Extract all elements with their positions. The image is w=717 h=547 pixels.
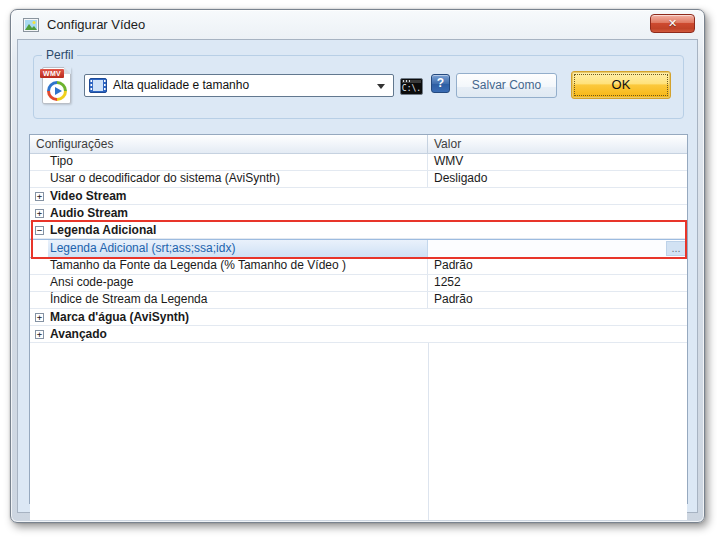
wmv-file-icon: WMV bbox=[42, 67, 71, 104]
table-row[interactable]: Tipo WMV bbox=[30, 154, 687, 171]
expand-plus-icon[interactable]: + bbox=[35, 330, 44, 339]
header-configuracoes: Configurações bbox=[30, 135, 428, 153]
perfil-groupbox: Perfil WMV Alta qualidade e tamanho bbox=[33, 55, 684, 119]
title-bar[interactable]: Configurar Vídeo ✕ bbox=[11, 10, 704, 39]
close-button[interactable]: ✕ bbox=[650, 14, 695, 33]
chevron-down-icon bbox=[377, 84, 385, 89]
expand-plus-icon[interactable]: + bbox=[35, 313, 44, 322]
media-play-icon bbox=[47, 81, 67, 101]
profile-combo-value: Alta qualidade e tamanho bbox=[113, 75, 249, 96]
perfil-label: Perfil bbox=[42, 48, 77, 62]
ok-button[interactable]: OK bbox=[571, 71, 671, 99]
table-empty-area bbox=[30, 343, 687, 520]
configure-video-dialog: Configurar Vídeo ✕ Perfil WMV bbox=[10, 9, 705, 523]
page-fold bbox=[64, 67, 71, 74]
expand-plus-icon[interactable]: + bbox=[35, 209, 44, 218]
table-row[interactable]: Ansi code-page 1252 bbox=[30, 275, 687, 292]
header-valor: Valor bbox=[428, 135, 687, 153]
close-icon: ✕ bbox=[668, 17, 677, 30]
settings-table: Configurações Valor Tipo WMV Usar o deco… bbox=[29, 134, 688, 504]
table-header: Configurações Valor bbox=[30, 135, 687, 154]
window-title: Configurar Vídeo bbox=[47, 10, 145, 39]
film-icon bbox=[89, 78, 107, 93]
group-row-legenda-adicional[interactable]: − Legenda Adicional bbox=[30, 222, 687, 239]
collapse-minus-icon[interactable]: − bbox=[35, 226, 44, 235]
group-row-audio-stream[interactable]: + Audio Stream bbox=[30, 205, 687, 222]
window-icon bbox=[23, 17, 39, 33]
profile-combobox[interactable]: Alta qualidade e tamanho bbox=[84, 74, 394, 97]
save-as-button[interactable]: Salvar Como bbox=[456, 73, 557, 98]
help-button[interactable]: ? bbox=[431, 74, 450, 93]
browse-button[interactable]: ... bbox=[666, 241, 686, 256]
expand-plus-icon[interactable]: + bbox=[35, 192, 44, 201]
dialog-client-area: Perfil WMV Alta qualidade e tamanho bbox=[17, 39, 698, 513]
table-row[interactable]: Tamanho da Fonte da Legenda (% Tamanho d… bbox=[30, 258, 687, 275]
question-icon: ? bbox=[437, 76, 444, 90]
table-row-selected[interactable]: Legenda Adicional (srt;ass;ssa;idx) ... bbox=[30, 239, 687, 258]
group-row-marca-dagua[interactable]: + Marca d'água (AviSynth) bbox=[30, 309, 687, 326]
legenda-value-cell[interactable]: ... bbox=[428, 240, 687, 257]
command-line-button[interactable]: C:\. bbox=[400, 78, 423, 95]
column-divider bbox=[428, 343, 429, 520]
wmv-format-badge: WMV bbox=[40, 69, 64, 78]
group-row-video-stream[interactable]: + Video Stream bbox=[30, 188, 687, 205]
table-row[interactable]: Índice de Stream da Legenda Padrão bbox=[30, 292, 687, 309]
group-row-avancado[interactable]: + Avançado bbox=[30, 326, 687, 343]
table-row[interactable]: Usar o decodificador do sistema (AviSynt… bbox=[30, 171, 687, 188]
